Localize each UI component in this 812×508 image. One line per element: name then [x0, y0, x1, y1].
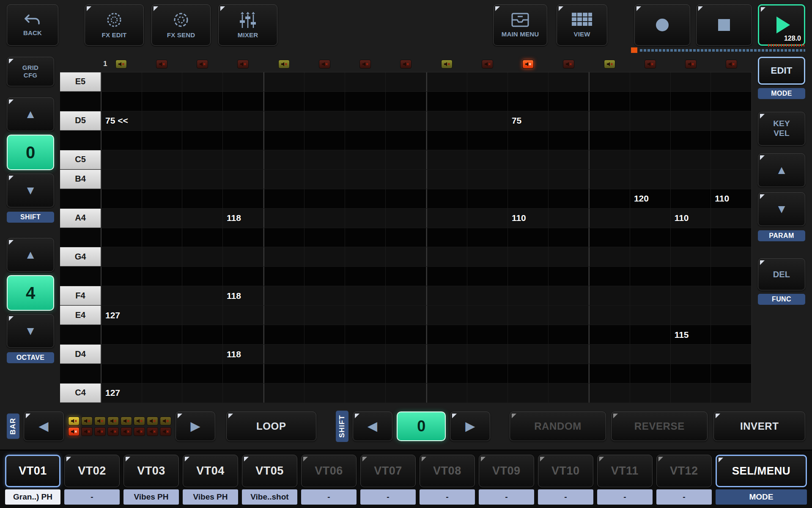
grid-cell[interactable] [508, 325, 549, 344]
grid-cell[interactable] [223, 384, 263, 403]
grid-cell[interactable] [386, 92, 426, 111]
grid-cell[interactable] [589, 345, 630, 364]
grid-cell[interactable] [101, 267, 142, 286]
track-button-vt12[interactable]: VT12 [656, 455, 712, 487]
grid-cell[interactable] [549, 267, 589, 286]
grid-cell[interactable] [263, 228, 305, 247]
grid-cell[interactable] [304, 131, 345, 150]
note-cell[interactable] [630, 111, 671, 130]
track-label-vt08[interactable]: - [420, 489, 475, 505]
grid-cell[interactable] [549, 286, 589, 305]
reverse-button[interactable]: REVERSE [611, 411, 708, 441]
bar-mute-icon[interactable] [134, 417, 145, 425]
grid-cell[interactable] [142, 267, 183, 286]
grid-cell[interactable] [304, 306, 345, 325]
grid-config-button[interactable]: GRID CFG [7, 57, 54, 86]
track-label-vt03[interactable]: Vibes PH [123, 489, 179, 505]
key-label-a4[interactable]: A4 [60, 209, 101, 228]
grid-cell[interactable] [630, 306, 671, 325]
grid-cell[interactable] [345, 325, 386, 344]
grid-cell[interactable] [345, 247, 386, 266]
step-mute-icon[interactable] [726, 60, 737, 69]
grid-cell[interactable] [549, 72, 589, 91]
grid-cell[interactable] [671, 306, 711, 325]
step-mute-icon[interactable] [156, 60, 167, 69]
grid-cell[interactable] [386, 267, 426, 286]
note-cell[interactable]: 110 [711, 189, 752, 208]
grid-cell[interactable] [304, 364, 345, 383]
grid-cell[interactable] [101, 189, 142, 208]
grid-cell[interactable] [671, 345, 711, 364]
grid-cell[interactable] [630, 267, 671, 286]
grid-cell[interactable] [467, 384, 508, 403]
shift-value-display[interactable]: 0 [7, 135, 54, 170]
step-mute-icon[interactable] [278, 60, 290, 69]
grid-cell[interactable] [589, 150, 630, 169]
grid-cell[interactable] [426, 267, 468, 286]
grid-cell[interactable] [345, 131, 386, 150]
grid-cell[interactable] [467, 150, 508, 169]
grid-cell[interactable] [549, 345, 589, 364]
grid-cell[interactable] [223, 247, 263, 266]
grid-cell[interactable] [671, 72, 711, 91]
grid-cell[interactable] [345, 72, 386, 91]
grid-cell[interactable] [182, 209, 223, 228]
grid-cell[interactable] [182, 92, 223, 111]
note-cell[interactable] [711, 111, 752, 130]
step-mute-icon[interactable] [319, 60, 330, 69]
grid-cell[interactable] [345, 170, 386, 189]
step-mute-icon[interactable] [359, 60, 371, 69]
grid-cell[interactable] [426, 150, 468, 169]
grid-cell[interactable] [630, 364, 671, 383]
bar-mute-icon[interactable] [94, 427, 106, 436]
track-button-vt02[interactable]: VT02 [64, 455, 120, 487]
param-up-button[interactable]: ▲ [758, 153, 805, 187]
grid-cell[interactable] [223, 325, 263, 344]
grid-cell[interactable] [549, 150, 589, 169]
grid-cell[interactable] [142, 345, 183, 364]
grid-cell[interactable] [101, 131, 142, 150]
grid-cell[interactable] [630, 170, 671, 189]
grid-cell[interactable] [101, 325, 142, 344]
grid-cell[interactable] [386, 286, 426, 305]
step-mute-icon[interactable] [604, 60, 615, 69]
fx-edit-button[interactable]: FX EDIT [85, 4, 144, 46]
grid-cell[interactable] [711, 72, 752, 91]
grid-cell[interactable] [426, 247, 468, 266]
grid-cell[interactable] [182, 72, 223, 91]
bar-mute-icon[interactable] [160, 417, 171, 425]
track-button-vt05[interactable]: VT05 [242, 455, 297, 487]
grid-cell[interactable] [549, 189, 589, 208]
note-cell[interactable] [671, 111, 711, 130]
grid-cell[interactable] [263, 92, 305, 111]
shift-down-button[interactable]: ▼ [7, 174, 54, 207]
note-cell[interactable]: 118 [223, 286, 263, 305]
grid-cell[interactable] [345, 286, 386, 305]
grid-cell[interactable] [223, 306, 263, 325]
grid-cell[interactable] [304, 228, 345, 247]
grid-cell[interactable] [508, 228, 549, 247]
track-label-vt01[interactable]: Gran..) PH [5, 489, 60, 505]
grid-cell[interactable] [426, 364, 468, 383]
grid-cell[interactable] [101, 228, 142, 247]
note-cell[interactable] [263, 345, 305, 364]
grid-cell[interactable] [426, 111, 468, 130]
grid-cell[interactable] [467, 189, 508, 208]
grid-cell[interactable] [549, 228, 589, 247]
note-cell[interactable]: 75 [508, 111, 549, 130]
grid-cell[interactable] [223, 228, 263, 247]
note-cell[interactable] [263, 111, 305, 130]
key-label-cs5[interactable] [60, 131, 101, 150]
track-label-vt10[interactable]: - [538, 489, 593, 505]
grid-cell[interactable] [711, 306, 752, 325]
grid-cell[interactable] [671, 92, 711, 111]
note-cell[interactable]: 110 [508, 209, 549, 228]
grid-cell[interactable] [142, 228, 183, 247]
grid-cell[interactable] [711, 92, 752, 111]
delete-button[interactable]: DEL [758, 258, 805, 290]
grid-cell[interactable] [508, 364, 549, 383]
grid-cell[interactable] [630, 384, 671, 403]
grid-cell[interactable] [386, 131, 426, 150]
key-label-cs4[interactable] [60, 364, 101, 383]
grid-cell[interactable] [589, 72, 630, 91]
